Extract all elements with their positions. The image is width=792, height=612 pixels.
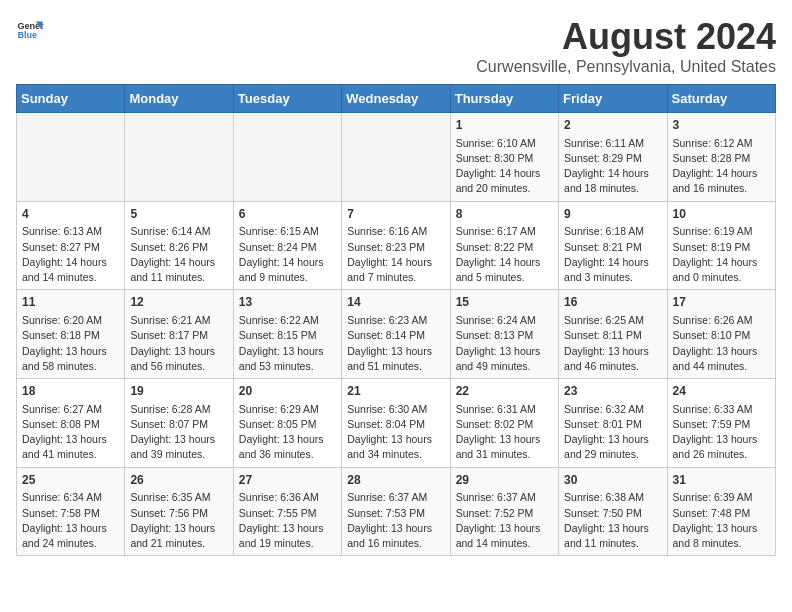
day-number: 8: [456, 206, 553, 223]
day-cell: 20Sunrise: 6:29 AM Sunset: 8:05 PM Dayli…: [233, 379, 341, 468]
day-info: Sunrise: 6:15 AM Sunset: 8:24 PM Dayligh…: [239, 224, 336, 285]
day-info: Sunrise: 6:24 AM Sunset: 8:13 PM Dayligh…: [456, 313, 553, 374]
day-cell: 13Sunrise: 6:22 AM Sunset: 8:15 PM Dayli…: [233, 290, 341, 379]
page-header: General Blue August 2024 Curwensville, P…: [16, 16, 776, 76]
day-info: Sunrise: 6:34 AM Sunset: 7:58 PM Dayligh…: [22, 490, 119, 551]
day-cell: 16Sunrise: 6:25 AM Sunset: 8:11 PM Dayli…: [559, 290, 667, 379]
day-info: Sunrise: 6:17 AM Sunset: 8:22 PM Dayligh…: [456, 224, 553, 285]
day-info: Sunrise: 6:39 AM Sunset: 7:48 PM Dayligh…: [673, 490, 770, 551]
day-number: 12: [130, 294, 227, 311]
day-cell: 4Sunrise: 6:13 AM Sunset: 8:27 PM Daylig…: [17, 201, 125, 290]
day-info: Sunrise: 6:29 AM Sunset: 8:05 PM Dayligh…: [239, 402, 336, 463]
day-cell: [233, 113, 341, 202]
day-info: Sunrise: 6:33 AM Sunset: 7:59 PM Dayligh…: [673, 402, 770, 463]
day-cell: 2Sunrise: 6:11 AM Sunset: 8:29 PM Daylig…: [559, 113, 667, 202]
calendar-subtitle: Curwensville, Pennsylvania, United State…: [476, 58, 776, 76]
day-cell: 29Sunrise: 6:37 AM Sunset: 7:52 PM Dayli…: [450, 467, 558, 556]
day-info: Sunrise: 6:18 AM Sunset: 8:21 PM Dayligh…: [564, 224, 661, 285]
day-number: 2: [564, 117, 661, 134]
day-info: Sunrise: 6:16 AM Sunset: 8:23 PM Dayligh…: [347, 224, 444, 285]
day-info: Sunrise: 6:14 AM Sunset: 8:26 PM Dayligh…: [130, 224, 227, 285]
day-cell: 27Sunrise: 6:36 AM Sunset: 7:55 PM Dayli…: [233, 467, 341, 556]
day-cell: 8Sunrise: 6:17 AM Sunset: 8:22 PM Daylig…: [450, 201, 558, 290]
day-number: 6: [239, 206, 336, 223]
week-row-4: 18Sunrise: 6:27 AM Sunset: 8:08 PM Dayli…: [17, 379, 776, 468]
day-number: 4: [22, 206, 119, 223]
day-info: Sunrise: 6:19 AM Sunset: 8:19 PM Dayligh…: [673, 224, 770, 285]
week-row-5: 25Sunrise: 6:34 AM Sunset: 7:58 PM Dayli…: [17, 467, 776, 556]
day-cell: 21Sunrise: 6:30 AM Sunset: 8:04 PM Dayli…: [342, 379, 450, 468]
logo-icon: General Blue: [16, 16, 44, 44]
day-cell: 24Sunrise: 6:33 AM Sunset: 7:59 PM Dayli…: [667, 379, 775, 468]
day-cell: 7Sunrise: 6:16 AM Sunset: 8:23 PM Daylig…: [342, 201, 450, 290]
day-number: 30: [564, 472, 661, 489]
week-row-1: 1Sunrise: 6:10 AM Sunset: 8:30 PM Daylig…: [17, 113, 776, 202]
day-cell: 5Sunrise: 6:14 AM Sunset: 8:26 PM Daylig…: [125, 201, 233, 290]
day-info: Sunrise: 6:22 AM Sunset: 8:15 PM Dayligh…: [239, 313, 336, 374]
day-info: Sunrise: 6:27 AM Sunset: 8:08 PM Dayligh…: [22, 402, 119, 463]
day-number: 18: [22, 383, 119, 400]
day-cell: 26Sunrise: 6:35 AM Sunset: 7:56 PM Dayli…: [125, 467, 233, 556]
day-cell: 18Sunrise: 6:27 AM Sunset: 8:08 PM Dayli…: [17, 379, 125, 468]
day-cell: 31Sunrise: 6:39 AM Sunset: 7:48 PM Dayli…: [667, 467, 775, 556]
logo: General Blue: [16, 16, 44, 44]
day-number: 21: [347, 383, 444, 400]
calendar-body: 1Sunrise: 6:10 AM Sunset: 8:30 PM Daylig…: [17, 113, 776, 556]
day-info: Sunrise: 6:30 AM Sunset: 8:04 PM Dayligh…: [347, 402, 444, 463]
day-info: Sunrise: 6:23 AM Sunset: 8:14 PM Dayligh…: [347, 313, 444, 374]
day-number: 1: [456, 117, 553, 134]
day-cell: 12Sunrise: 6:21 AM Sunset: 8:17 PM Dayli…: [125, 290, 233, 379]
day-info: Sunrise: 6:21 AM Sunset: 8:17 PM Dayligh…: [130, 313, 227, 374]
day-number: 19: [130, 383, 227, 400]
day-cell: 30Sunrise: 6:38 AM Sunset: 7:50 PM Dayli…: [559, 467, 667, 556]
day-number: 17: [673, 294, 770, 311]
day-info: Sunrise: 6:36 AM Sunset: 7:55 PM Dayligh…: [239, 490, 336, 551]
day-cell: 9Sunrise: 6:18 AM Sunset: 8:21 PM Daylig…: [559, 201, 667, 290]
day-cell: 22Sunrise: 6:31 AM Sunset: 8:02 PM Dayli…: [450, 379, 558, 468]
day-number: 15: [456, 294, 553, 311]
day-info: Sunrise: 6:10 AM Sunset: 8:30 PM Dayligh…: [456, 136, 553, 197]
col-monday: Monday: [125, 85, 233, 113]
day-cell: 14Sunrise: 6:23 AM Sunset: 8:14 PM Dayli…: [342, 290, 450, 379]
day-number: 9: [564, 206, 661, 223]
day-info: Sunrise: 6:31 AM Sunset: 8:02 PM Dayligh…: [456, 402, 553, 463]
day-cell: 3Sunrise: 6:12 AM Sunset: 8:28 PM Daylig…: [667, 113, 775, 202]
day-info: Sunrise: 6:26 AM Sunset: 8:10 PM Dayligh…: [673, 313, 770, 374]
day-number: 23: [564, 383, 661, 400]
day-cell: 19Sunrise: 6:28 AM Sunset: 8:07 PM Dayli…: [125, 379, 233, 468]
day-info: Sunrise: 6:38 AM Sunset: 7:50 PM Dayligh…: [564, 490, 661, 551]
day-cell: [125, 113, 233, 202]
day-info: Sunrise: 6:25 AM Sunset: 8:11 PM Dayligh…: [564, 313, 661, 374]
col-friday: Friday: [559, 85, 667, 113]
col-thursday: Thursday: [450, 85, 558, 113]
day-number: 27: [239, 472, 336, 489]
day-number: 29: [456, 472, 553, 489]
day-number: 3: [673, 117, 770, 134]
day-number: 24: [673, 383, 770, 400]
day-info: Sunrise: 6:28 AM Sunset: 8:07 PM Dayligh…: [130, 402, 227, 463]
day-number: 28: [347, 472, 444, 489]
col-wednesday: Wednesday: [342, 85, 450, 113]
day-cell: [17, 113, 125, 202]
calendar-header: Sunday Monday Tuesday Wednesday Thursday…: [17, 85, 776, 113]
day-number: 11: [22, 294, 119, 311]
day-info: Sunrise: 6:35 AM Sunset: 7:56 PM Dayligh…: [130, 490, 227, 551]
day-cell: 15Sunrise: 6:24 AM Sunset: 8:13 PM Dayli…: [450, 290, 558, 379]
col-sunday: Sunday: [17, 85, 125, 113]
day-number: 22: [456, 383, 553, 400]
col-saturday: Saturday: [667, 85, 775, 113]
day-info: Sunrise: 6:11 AM Sunset: 8:29 PM Dayligh…: [564, 136, 661, 197]
day-number: 14: [347, 294, 444, 311]
day-cell: 6Sunrise: 6:15 AM Sunset: 8:24 PM Daylig…: [233, 201, 341, 290]
calendar-table: Sunday Monday Tuesday Wednesday Thursday…: [16, 84, 776, 556]
weekday-row: Sunday Monday Tuesday Wednesday Thursday…: [17, 85, 776, 113]
day-number: 5: [130, 206, 227, 223]
day-number: 26: [130, 472, 227, 489]
day-number: 20: [239, 383, 336, 400]
day-cell: 10Sunrise: 6:19 AM Sunset: 8:19 PM Dayli…: [667, 201, 775, 290]
day-number: 13: [239, 294, 336, 311]
day-number: 25: [22, 472, 119, 489]
day-number: 7: [347, 206, 444, 223]
day-info: Sunrise: 6:37 AM Sunset: 7:52 PM Dayligh…: [456, 490, 553, 551]
day-number: 10: [673, 206, 770, 223]
